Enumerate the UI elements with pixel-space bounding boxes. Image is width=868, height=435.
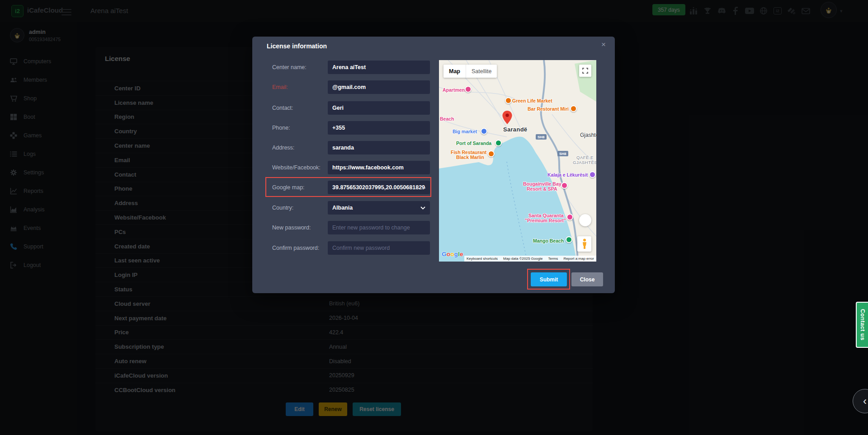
center-name-label: Center name: <box>272 64 328 70</box>
road-badge: SH8 <box>557 151 568 156</box>
close-icon[interactable]: × <box>601 40 606 49</box>
submit-button[interactable]: Submit <box>531 272 567 286</box>
google-logo[interactable]: Google <box>442 251 463 257</box>
map-label: Black Marlin <box>456 154 484 160</box>
map-label: Mango Beach <box>533 238 564 243</box>
close-button[interactable]: Close <box>571 272 603 286</box>
map-label: GJASHTËS <box>573 160 596 165</box>
map-label: Big market <box>453 129 477 134</box>
map-poi-icon[interactable] <box>488 150 495 157</box>
map-poi-icon[interactable] <box>561 182 568 189</box>
app-window: i2 iCafeCloud Arena aiTest 357 days i2 ▾ <box>0 0 868 435</box>
pan-control[interactable] <box>579 214 591 226</box>
website-label: Website/Facebook: <box>272 164 328 171</box>
address-label: Address: <box>272 145 328 151</box>
google-map[interactable]: ApartmentsGreen Life MarketBar Restorant… <box>439 60 596 262</box>
map-label: Resort & SPA <box>527 186 557 192</box>
map-label: Beach <box>440 116 454 122</box>
map-attribution: Keyboard shortcutsMap data ©2025 GoogleT… <box>464 256 596 262</box>
map-poi-icon[interactable] <box>566 236 572 243</box>
email-field[interactable] <box>328 80 430 94</box>
email-label: Email: <box>272 84 328 90</box>
country-label: Country: <box>272 205 328 211</box>
map-label: Bar Restorant Miri <box>528 106 569 112</box>
phone-label: Phone: <box>272 125 328 131</box>
license-information-modal: License information × Center name: Email… <box>252 37 615 293</box>
modal-title: License information <box>267 42 327 50</box>
confirm-password-field[interactable] <box>328 241 430 255</box>
map-label: Gjashtë <box>580 132 596 138</box>
google-map-label: Google map: <box>272 184 328 191</box>
new-password-field[interactable] <box>328 221 430 234</box>
confirm-password-label: Confirm password: <box>272 245 328 251</box>
attribution-link[interactable]: Map data ©2025 Google <box>503 257 542 261</box>
map-label: QAFË E <box>576 155 594 160</box>
fullscreen-button[interactable] <box>579 65 591 77</box>
map-label: "Premium Resort" <box>525 218 566 223</box>
map-poi-icon[interactable] <box>566 214 573 220</box>
map-pin-icon[interactable] <box>502 111 512 124</box>
map-view-button[interactable]: Map <box>443 65 466 78</box>
satellite-view-button[interactable]: Satellite <box>466 65 497 78</box>
attribution-link[interactable]: Terms <box>548 257 558 261</box>
map-poi-icon[interactable] <box>589 171 596 178</box>
attribution-link[interactable]: Report a map error <box>563 257 594 261</box>
chevron-down-icon <box>420 206 425 210</box>
contact-us-label: Contact us <box>859 309 866 341</box>
contact-field[interactable] <box>328 101 430 115</box>
map-poi-icon[interactable] <box>505 97 512 104</box>
contact-us-tab[interactable]: Contact us <box>856 302 868 348</box>
new-password-label: New password: <box>272 225 328 231</box>
map-label: Kalaja e Lëkurësit <box>547 172 588 178</box>
pegman-icon[interactable] <box>577 236 591 252</box>
center-name-field[interactable] <box>328 61 430 74</box>
contact-label: Contact: <box>272 105 328 111</box>
map-label: Green Life Market <box>512 98 552 103</box>
map-poi-icon[interactable] <box>465 86 472 93</box>
map-type-control: Map Satellite <box>443 65 497 78</box>
road-badge: SH8 <box>536 134 547 140</box>
phone-field[interactable] <box>328 121 430 135</box>
map-poi-icon[interactable] <box>570 105 577 112</box>
website-facebook-field[interactable] <box>328 161 430 174</box>
attribution-link[interactable]: Keyboard shortcuts <box>467 257 498 261</box>
google-map-field[interactable] <box>328 181 430 194</box>
country-value: Albania <box>332 205 353 211</box>
map-poi-icon[interactable] <box>481 128 487 135</box>
country-select[interactable]: Albania <box>328 201 430 215</box>
map-label: Sarandë <box>503 126 527 133</box>
map-label: Port of Saranda <box>456 140 491 146</box>
map-poi-icon[interactable] <box>495 140 502 146</box>
address-field[interactable] <box>328 141 430 154</box>
